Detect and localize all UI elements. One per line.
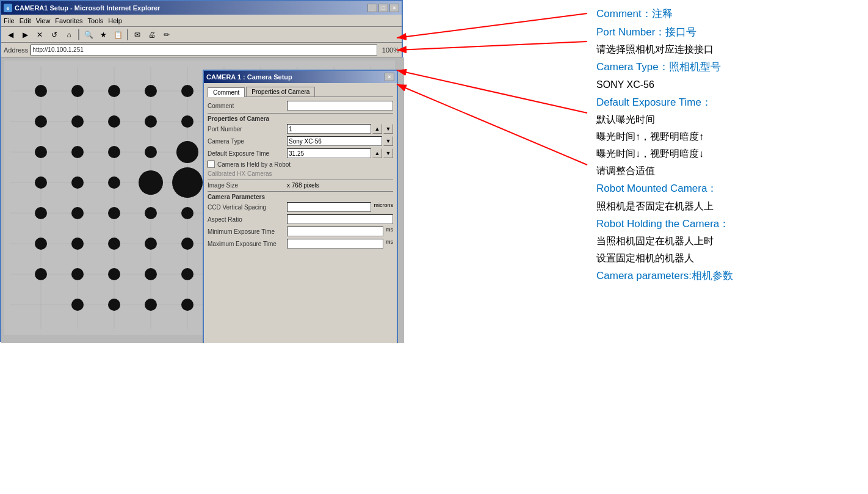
dialog-close-btn[interactable]: × <box>385 73 394 81</box>
address-input[interactable] <box>31 45 377 56</box>
annotation-sony: SONY XC-56 <box>596 78 859 92</box>
camera-type-annotation-blue: Camera Type：照相机型号 <box>596 61 721 73</box>
port-number-row: Port Number ▲ ▼ <box>208 124 393 134</box>
toolbar-sep2 <box>127 29 128 40</box>
annotation-camera-params: Camera parameters:相机参数 <box>596 268 859 284</box>
maximize-btn[interactable]: □ <box>378 4 388 12</box>
annotation-robot-mounted: Robot Mounted Camera： <box>596 181 859 197</box>
camera-type-label: Camera Type <box>208 138 287 145</box>
ccd-vertical-unit: microns <box>374 202 393 212</box>
menu-view[interactable]: View <box>36 17 51 24</box>
annotation-default-exp: Default Exposure Time： <box>596 95 859 111</box>
edit-btn[interactable]: ✏ <box>160 28 173 42</box>
menu-tools[interactable]: Tools <box>88 17 104 24</box>
ccd-vertical-wrapper: microns <box>287 202 393 212</box>
refresh-btn[interactable]: ↺ <box>48 28 61 42</box>
ccd-vertical-input[interactable] <box>287 202 371 212</box>
min-exposure-row: Minimum Exposure Time ms <box>208 227 393 236</box>
svg-point-73 <box>35 268 47 280</box>
port-annotation-note: 请选择照相机对应连接接口 <box>596 44 714 54</box>
forward-btn[interactable]: ▶ <box>18 28 32 42</box>
svg-point-75 <box>108 268 120 280</box>
mail-btn[interactable]: ✉ <box>131 28 144 42</box>
svg-point-46 <box>35 176 47 189</box>
search-btn[interactable]: 🔍 <box>82 28 95 42</box>
exposure-up-btn[interactable]: ▲ <box>372 148 382 158</box>
robot-holding-note2: 设置固定相机的机器人 <box>596 253 694 263</box>
annotation-port-note: 请选择照相机对应连接接口 <box>596 42 859 57</box>
menu-file[interactable]: File <box>4 17 15 24</box>
calibrate-label: Calibrated HX Cameras <box>208 170 287 177</box>
svg-point-22 <box>145 85 157 97</box>
robot-held-checkbox[interactable] <box>208 161 215 168</box>
minimize-btn[interactable]: _ <box>367 4 377 12</box>
ie-titlebar-buttons: _ □ × <box>367 4 399 12</box>
dialog-tab-comment[interactable]: Comment <box>208 87 245 97</box>
camera-type-wrapper: ▼ <box>287 136 393 146</box>
dialog-tab-properties[interactable]: Properties of Camera <box>246 87 315 96</box>
camera-params-annotation-blue: Camera parameters:相机参数 <box>596 270 733 282</box>
min-exposure-label: Minimum Exposure Time <box>208 228 287 235</box>
svg-point-65 <box>71 238 84 250</box>
back-btn[interactable]: ◀ <box>4 28 17 42</box>
ie-content: CAMERA 1 : Camera Setup × Comment Proper… <box>1 57 404 343</box>
adjust-note: 请调整合适值 <box>596 165 655 176</box>
port-up-btn[interactable]: ▲ <box>372 124 382 134</box>
svg-point-47 <box>71 176 84 189</box>
camera-dialog: CAMERA 1 : Camera Setup × Comment Proper… <box>203 70 398 343</box>
camera-params-section: Camera Parameters <box>208 194 393 200</box>
svg-point-57 <box>108 207 120 219</box>
min-exposure-wrapper: ms <box>287 227 393 236</box>
menu-edit[interactable]: Edit <box>20 17 31 24</box>
ie-toolbar: ◀ ▶ ✕ ↺ ⌂ 🔍 ★ 📋 ✉ 🖨 ✏ <box>1 27 402 43</box>
svg-point-48 <box>108 176 120 189</box>
dialog-tabs: Comment Properties of Camera <box>208 87 393 97</box>
port-annotation-blue: Port Number：接口号 <box>596 26 696 38</box>
camera-type-dropdown[interactable]: ▼ <box>383 136 393 146</box>
favorites-btn[interactable]: ★ <box>96 28 110 42</box>
comment-input-wrapper <box>287 101 393 111</box>
svg-point-58 <box>145 207 157 219</box>
ie-title: CAMERA1 Setup - Microsoft Internet Explo… <box>15 4 160 12</box>
home-btn[interactable]: ⌂ <box>62 28 76 42</box>
annotation-adjust-note: 请调整合适值 <box>596 164 859 178</box>
svg-point-30 <box>108 115 120 128</box>
camera-type-row: Camera Type ▼ <box>208 136 393 146</box>
exposure-wrapper: ▲ ▼ <box>287 148 393 158</box>
svg-point-37 <box>35 146 47 158</box>
robot-held-row: Camera is Held by a Robot <box>208 161 393 168</box>
port-down-btn[interactable]: ▼ <box>383 124 393 134</box>
dialog-titlebar-buttons: × <box>385 73 394 81</box>
svg-point-28 <box>35 115 47 128</box>
camera-type-input[interactable] <box>287 136 382 146</box>
address-label: Address <box>4 46 28 54</box>
svg-line-91 <box>397 42 587 50</box>
svg-point-32 <box>181 115 193 128</box>
default-exposure-input[interactable] <box>287 148 371 158</box>
svg-point-20 <box>71 85 84 97</box>
ccd-vertical-row: CCD Vertical Spacing microns <box>208 202 393 212</box>
max-exposure-input[interactable] <box>287 239 383 249</box>
svg-point-66 <box>108 238 120 250</box>
exposure-down-btn[interactable]: ▼ <box>383 148 393 158</box>
svg-point-21 <box>108 85 120 97</box>
svg-point-74 <box>71 268 84 280</box>
comment-input[interactable] <box>287 101 393 111</box>
print-btn[interactable]: 🖨 <box>145 28 159 42</box>
stop-btn[interactable]: ✕ <box>33 28 46 42</box>
sep1 <box>208 113 393 114</box>
svg-point-40 <box>145 146 157 158</box>
port-number-input[interactable] <box>287 124 371 134</box>
zoom-label: 100% <box>382 46 399 54</box>
svg-point-82 <box>71 299 84 311</box>
menu-favorites[interactable]: Favorites <box>55 17 82 24</box>
svg-point-38 <box>71 146 84 158</box>
ccd-vertical-label: CCD Vertical Spacing <box>208 204 287 211</box>
min-exposure-input[interactable] <box>287 227 383 236</box>
aspect-ratio-input[interactable] <box>287 214 393 224</box>
menu-help[interactable]: Help <box>108 17 122 24</box>
history-btn[interactable]: 📋 <box>111 28 125 42</box>
ie-icon: e <box>4 4 12 12</box>
annotations-panel: Comment：注释 Port Number：接口号 请选择照相机对应连接接口 … <box>587 0 868 494</box>
close-btn[interactable]: × <box>389 4 399 12</box>
